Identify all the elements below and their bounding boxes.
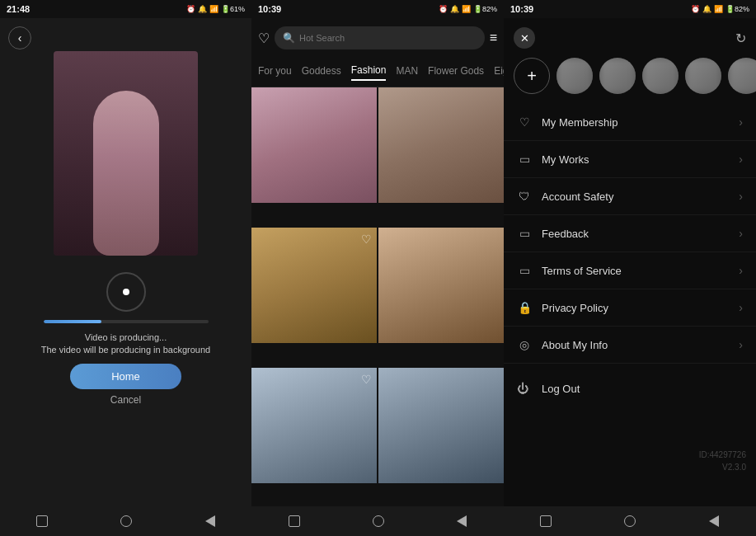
heart-icon-3[interactable]: ♡: [361, 233, 372, 246]
membership-icon: ♡: [517, 115, 532, 129]
close-button[interactable]: ✕: [514, 27, 535, 49]
panel-video: ‹ Video is producing... The video will b…: [0, 18, 251, 506]
progress-fill: [44, 320, 101, 323]
nav-back-1[interactable]: [200, 511, 220, 531]
refresh-button[interactable]: ↻: [735, 31, 746, 46]
nav-square-3[interactable]: [536, 511, 556, 531]
status-bar-right: 10:39 ⏰ 🔔 📶 🔋82%: [504, 4, 756, 14]
menu-item-privacy[interactable]: 🔒 Privacy Policy ›: [504, 289, 756, 327]
heart-icon: ♡: [258, 31, 270, 46]
arrow-icon-6: ›: [739, 301, 743, 314]
time-right: 10:39: [510, 4, 533, 14]
menu-item-terms[interactable]: ▭ Terms of Service ›: [504, 252, 756, 289]
nav-circle-3[interactable]: [620, 511, 640, 531]
shield-icon: 🛡: [517, 190, 532, 203]
arrow-icon-2: ›: [739, 153, 743, 166]
tab-eight-be[interactable]: Eight Be...: [494, 65, 504, 80]
producing-text: Video is producing... The video will be …: [41, 331, 210, 357]
nav-back-3[interactable]: [704, 511, 724, 531]
privacy-label: Privacy Policy: [542, 302, 608, 314]
arrow-icon-7: ›: [739, 338, 743, 351]
logout-icon: ⏻: [517, 382, 532, 395]
status-bar: 21:48 ⏰ 🔔 📶 🔋61% 10:39 ⏰ 🔔 📶 🔋82% 10:39 …: [0, 0, 756, 18]
logout-button[interactable]: ⏻ Log Out: [504, 370, 756, 407]
menu-item-feedback[interactable]: ▭ Feedback ›: [504, 215, 756, 252]
terms-label: Terms of Service: [542, 265, 622, 277]
nav-back-2[interactable]: [452, 511, 472, 531]
version-info: ID:44297726 V2.3.0: [699, 449, 746, 473]
tab-goddess[interactable]: Goddess: [302, 65, 341, 80]
avatar-2[interactable]: [599, 58, 636, 94]
menu-item-account-safety[interactable]: 🛡 Account Safety ›: [504, 178, 756, 215]
tab-fashion[interactable]: Fashion: [351, 64, 387, 81]
search-icon: 🔍: [283, 32, 295, 44]
panel-feed: ♡ 🔍 ≡ For you Goddess Fashion MAN Flower…: [251, 18, 504, 506]
feed-header: ♡ 🔍 ≡: [251, 18, 504, 58]
arrow-icon: ›: [739, 115, 743, 129]
version-num: V2.3.0: [699, 461, 746, 473]
thumbnail-figure: [54, 51, 198, 256]
status-icons-left: ⏰ 🔔 📶 🔋61%: [186, 5, 245, 13]
terms-icon: ▭: [517, 264, 532, 277]
logout-label: Log Out: [542, 383, 580, 395]
add-avatar-button[interactable]: +: [514, 58, 550, 94]
loading-spinner: [106, 272, 146, 312]
nav-square-1[interactable]: [32, 511, 52, 531]
works-label: My Works: [542, 153, 589, 166]
feed-item-5[interactable]: ♡: [251, 368, 377, 483]
cancel-button[interactable]: Cancel: [110, 394, 141, 406]
nav-circle-2[interactable]: [369, 511, 388, 531]
spinner-container: Video is producing... The video will be …: [41, 272, 210, 357]
feed-item-6[interactable]: [378, 368, 504, 483]
menu-item-works[interactable]: ▭ My Works ›: [504, 141, 756, 178]
feed-item-1[interactable]: [251, 87, 377, 203]
menu-icon[interactable]: ≡: [490, 31, 497, 45]
account-safety-label: Account Safety: [542, 190, 613, 203]
panel-menu: ✕ ↻ + ♡ My Membership › ▭ My Works ›: [504, 18, 756, 506]
status-bar-middle: 10:39 ⏰ 🔔 📶 🔋82%: [251, 4, 504, 14]
heart-icon-5[interactable]: ♡: [361, 373, 372, 386]
time-middle: 10:39: [258, 4, 281, 14]
works-icon: ▭: [517, 153, 532, 166]
feed-item-4[interactable]: [378, 228, 504, 343]
spinner-dot: [123, 289, 129, 295]
status-icons-right: ⏰ 🔔 📶 🔋82%: [691, 5, 749, 13]
back-button[interactable]: ‹: [8, 26, 31, 49]
avatar-4[interactable]: [685, 58, 721, 94]
feed-item-2[interactable]: [378, 87, 504, 203]
feed-item-3[interactable]: ♡: [251, 228, 377, 343]
home-button[interactable]: Home: [70, 364, 181, 389]
menu-item-about[interactable]: ◎ About My Info ›: [504, 327, 756, 364]
thumbnail-silhouette: [93, 91, 159, 256]
progress-bar: [44, 320, 209, 323]
bottom-nav-section-2: [252, 511, 505, 531]
menu-item-membership[interactable]: ♡ My Membership ›: [504, 104, 756, 141]
tab-flower-gods[interactable]: Flower Gods: [428, 65, 484, 80]
status-bar-left: 21:48 ⏰ 🔔 📶 🔋61%: [0, 4, 251, 14]
feedback-icon: ▭: [517, 227, 532, 240]
avatar-5[interactable]: [728, 58, 756, 94]
arrow-icon-5: ›: [739, 264, 743, 277]
arrow-icon-4: ›: [739, 227, 743, 240]
avatar-1[interactable]: [556, 58, 593, 94]
nav-circle-1[interactable]: [116, 511, 136, 531]
feedback-label: Feedback: [542, 228, 589, 240]
video-thumbnail: [54, 51, 198, 256]
tab-man[interactable]: MAN: [396, 65, 418, 80]
bottom-nav-section-3: [504, 511, 756, 531]
arrow-icon-3: ›: [739, 190, 743, 203]
search-input[interactable]: [299, 33, 477, 43]
feed-tabs: For you Goddess Fashion MAN Flower Gods …: [251, 58, 504, 87]
avatar-3[interactable]: [642, 58, 679, 94]
bottom-nav-section-1: [0, 511, 252, 531]
membership-label: My Membership: [542, 116, 617, 129]
nav-square-2[interactable]: [284, 511, 304, 531]
time-left: 21:48: [7, 4, 30, 14]
about-label: About My Info: [542, 339, 608, 351]
menu-avatars: +: [504, 58, 756, 104]
tab-for-you[interactable]: For you: [258, 65, 292, 80]
main-content: ‹ Video is producing... The video will b…: [0, 18, 756, 506]
search-box[interactable]: 🔍: [275, 26, 485, 49]
version-id: ID:44297726: [699, 449, 746, 461]
lock-icon: 🔒: [517, 301, 532, 314]
